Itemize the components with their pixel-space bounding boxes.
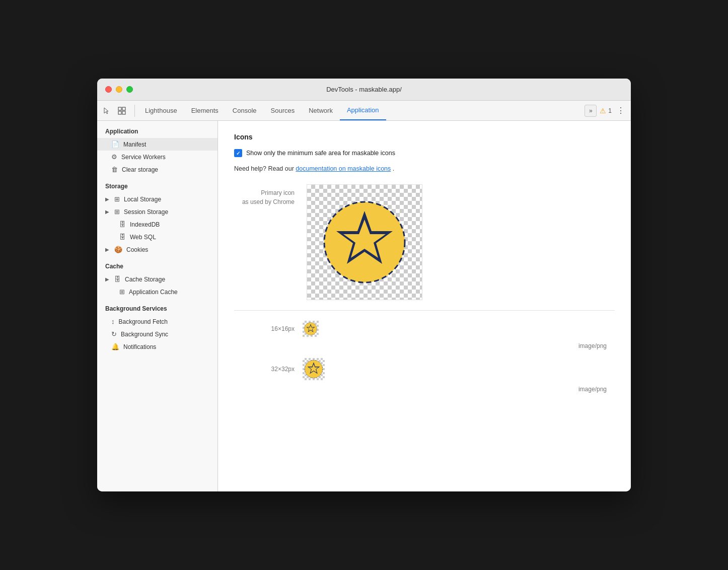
icons-section-title: Icons [234,133,615,141]
primary-icon-label: Primary icon as used by Chrome [234,184,295,206]
inspect-icon[interactable] [116,105,127,116]
sidebar-manifest-label: Manifest [123,141,146,148]
primary-icon-preview: Primary icon as used by Chrome [234,184,615,300]
sidebar-service-workers-label: Service Workers [121,154,166,161]
sidebar-item-app-cache[interactable]: ⊞ Application Cache [97,286,217,298]
sidebar-clear-storage-label: Clear storage [122,166,158,173]
bg-services-section-header: Background Services [97,298,217,315]
sidebar-item-websql[interactable]: 🗄 Web SQL [97,231,217,243]
sidebar-item-manifest[interactable]: 📄 Manifest [97,138,217,151]
cache-storage-expand-icon: ▶ [105,276,109,282]
cursor-icon[interactable] [101,105,112,116]
expand-arrow-icon: ▶ [105,209,109,215]
bg-sync-icon: ↻ [111,330,117,338]
maskable-icon-svg [319,197,410,288]
more-options-button[interactable]: ⋮ [615,105,627,117]
indexeddb-icon: 🗄 [119,221,126,228]
icon-16-label-col: 16×16px [234,325,295,332]
gear-icon: ⚙ [111,153,117,161]
icon-16-size-label: 16×16px [271,325,295,332]
warning-badge: ⚠ 1 [600,107,612,115]
sidebar-item-service-workers[interactable]: ⚙ Service Workers [97,151,217,163]
maskable-checkbox-row: ✓ Show only the minimum safe area for ma… [234,149,615,157]
section-divider [234,310,615,311]
sidebar-item-cache-storage[interactable]: ▶ 🗄 Cache Storage [97,273,217,286]
sidebar-item-notifications[interactable]: 🔔 Notifications [97,340,217,353]
sidebar-websql-label: Web SQL [130,234,156,241]
traffic-lights [105,86,133,93]
main-content: Application 📄 Manifest ⚙ Service Workers… [97,121,631,491]
svg-rect-1 [122,107,125,110]
primary-icon-box [307,184,422,300]
notifications-icon: 🔔 [111,343,119,350]
sidebar-item-bg-sync[interactable]: ↻ Background Sync [97,328,217,340]
tab-console[interactable]: Console [226,100,264,120]
tab-network[interactable]: Network [302,100,340,120]
tab-lighthouse[interactable]: Lighthouse [138,100,184,120]
toolbar-icons [101,105,127,116]
sidebar-item-local-storage[interactable]: ▶ ⊞ Local Storage [97,193,217,205]
sidebar-local-storage-label: Local Storage [124,196,161,203]
local-storage-icon: ⊞ [114,195,120,203]
titlebar: DevTools - maskable.app/ [97,79,631,101]
app-cache-icon: ⊞ [119,288,125,296]
sidebar-item-indexeddb[interactable]: 🗄 IndexedDB [97,218,217,231]
svg-rect-3 [122,111,125,114]
icon-32-type-label: image/png [578,386,607,393]
window-title: DevTools - maskable.app/ [326,86,402,93]
toolbar-divider [134,105,135,117]
sidebar-item-clear-storage[interactable]: 🗑 Clear storage [97,163,217,176]
sidebar-indexeddb-label: IndexedDB [130,221,160,228]
minimize-button[interactable] [116,86,122,93]
sidebar-app-cache-label: Application Cache [129,289,178,296]
icon-16-row: 16×16px [234,321,615,337]
icon-16-svg [304,322,318,336]
manifest-icon: 📄 [111,140,119,148]
sidebar-bg-fetch-label: Background Fetch [119,318,168,325]
tab-elements[interactable]: Elements [184,100,226,120]
cookies-icon: 🍪 [114,246,122,253]
trash-icon: 🗑 [111,166,118,173]
icon-16-type-label: image/png [578,342,607,349]
close-button[interactable] [105,86,112,93]
application-section-header: Application [97,121,217,138]
icon-32-label-col: 32×32px [234,366,295,373]
sidebar: Application 📄 Manifest ⚙ Service Workers… [97,121,218,491]
content-area: Icons ✓ Show only the minimum safe area … [218,121,631,491]
sidebar-item-cookies[interactable]: ▶ 🍪 Cookies [97,243,217,256]
cookies-expand-arrow-icon: ▶ [105,247,109,252]
sidebar-notifications-label: Notifications [123,343,156,350]
toolbar: Lighthouse Elements Console Sources Netw… [97,101,631,121]
svg-rect-0 [118,107,121,110]
devtools-window: DevTools - maskable.app/ Lighthouse [97,79,631,491]
session-storage-icon: ⊞ [114,208,120,216]
icon-32-size-label: 32×32px [271,366,295,373]
cache-storage-icon: 🗄 [114,275,121,283]
sidebar-session-storage-label: Session Storage [124,208,168,216]
help-text: Need help? Read our documentation on mas… [234,165,615,172]
tabs: Lighthouse Elements Console Sources Netw… [138,101,585,120]
expand-arrow-icon: ▶ [105,196,109,202]
checkbox-label: Show only the minimum safe area for mask… [246,150,395,157]
icon-16-preview [303,321,319,337]
sidebar-cache-storage-label: Cache Storage [125,276,165,283]
sidebar-cookies-label: Cookies [126,246,148,253]
cache-section-header: Cache [97,256,217,273]
warning-count: 1 [608,107,612,114]
sidebar-item-bg-fetch[interactable]: ↕ Background Fetch [97,315,217,328]
maximize-button[interactable] [126,86,133,93]
more-tabs-button[interactable]: » [585,105,597,117]
checkmark-icon: ✓ [236,151,240,156]
sidebar-bg-sync-label: Background Sync [121,331,168,338]
icon-32-preview [303,358,325,380]
docs-link[interactable]: documentation on maskable icons [296,165,391,172]
icon-32-svg [304,359,324,379]
bg-fetch-icon: ↕ [111,318,115,325]
websql-icon: 🗄 [119,233,126,241]
warning-icon: ⚠ [600,107,606,115]
sidebar-item-session-storage[interactable]: ▶ ⊞ Session Storage [97,205,217,218]
tab-application[interactable]: Application [340,100,386,120]
storage-section-header: Storage [97,176,217,193]
maskable-checkbox[interactable]: ✓ [234,149,242,157]
tab-sources[interactable]: Sources [264,100,302,120]
